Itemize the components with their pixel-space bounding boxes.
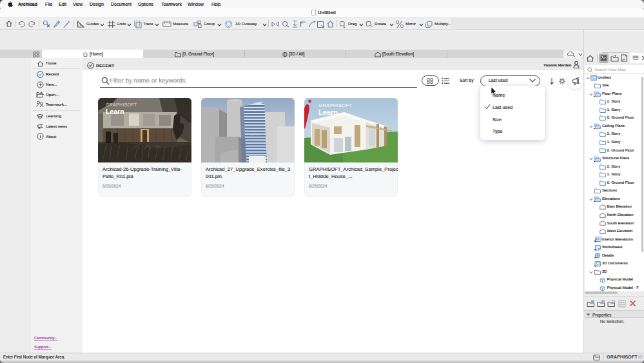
svg-text:Learn: Learn [106,108,124,115]
svg-text:GRAPHISOFT: GRAPHISOFT [318,103,353,108]
svg-text:GRAPHISOFT: GRAPHISOFT [106,103,137,107]
svg-text:Learn: Learn [318,108,338,116]
